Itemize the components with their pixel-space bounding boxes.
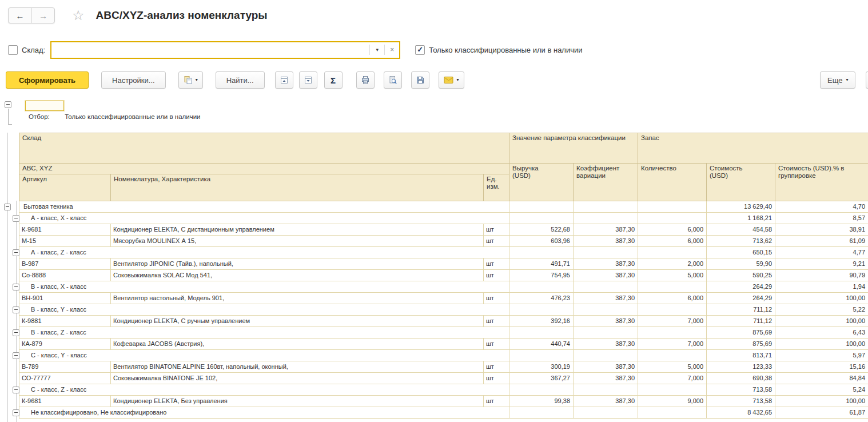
unit-cell[interactable]: шт — [484, 270, 509, 281]
quantity-cell[interactable] — [638, 350, 707, 361]
revenue-cell[interactable] — [509, 384, 574, 396]
quantity-cell[interactable] — [638, 304, 707, 316]
warehouse-clear-button[interactable]: × — [385, 46, 399, 54]
group-label-cell[interactable]: Бытовая техника — [19, 201, 509, 213]
article-cell[interactable]: КА-879 — [19, 339, 111, 350]
unit-cell[interactable]: шт — [484, 293, 509, 304]
warehouse-dropdown-button[interactable]: ▾ — [370, 47, 384, 53]
article-cell[interactable]: К-9881 — [19, 316, 111, 327]
variation-cell[interactable]: 387,30 — [574, 373, 638, 384]
cost-cell[interactable]: 454,58 — [707, 224, 775, 236]
article-cell[interactable]: ВН-901 — [19, 293, 111, 304]
nomenclature-cell[interactable]: Кондиционер ELEKTA, С ручным управлением — [111, 316, 484, 327]
cost-cell[interactable]: 713,58 — [707, 396, 775, 407]
header-cost-pct[interactable]: Стоимость (USD).% в группировке — [775, 164, 868, 201]
cost-pct-cell[interactable]: 9,21 — [775, 258, 868, 270]
variation-cell[interactable] — [574, 213, 638, 224]
revenue-cell[interactable] — [509, 304, 574, 316]
header-warehouse[interactable]: Склад — [19, 133, 509, 164]
revenue-cell[interactable]: 300,19 — [509, 361, 574, 373]
classified-checkbox[interactable] — [415, 45, 425, 55]
cost-pct-cell[interactable]: 5,22 — [775, 304, 868, 316]
unit-cell[interactable]: шт — [484, 361, 509, 373]
revenue-cell[interactable]: 476,23 — [509, 293, 574, 304]
revenue-cell[interactable] — [509, 350, 574, 361]
article-cell[interactable]: Со-8888 — [19, 270, 111, 281]
group-label-cell[interactable]: С - класс, Z - класс — [19, 384, 509, 396]
header-quantity[interactable]: Количество — [638, 164, 707, 201]
variation-cell[interactable]: 387,30 — [574, 293, 638, 304]
group-label-cell[interactable]: С - класс, Y - класс — [19, 350, 509, 361]
header-unit[interactable]: Ед. изм. — [484, 174, 509, 201]
header-nomenclature[interactable]: Номенклатура, Характеристика — [111, 174, 484, 201]
revenue-cell[interactable]: 603,96 — [509, 236, 574, 247]
article-cell[interactable]: М-15 — [19, 236, 111, 247]
quantity-cell[interactable]: 6,000 — [638, 224, 707, 236]
group-collapse-toggle[interactable] — [13, 215, 19, 222]
cost-pct-cell[interactable]: 6,43 — [775, 327, 868, 339]
variation-cell[interactable] — [574, 384, 638, 396]
quantity-cell[interactable]: 2,000 — [638, 258, 707, 270]
nomenclature-cell[interactable]: Кондиционер ELEKTA, С дистанционным упра… — [111, 224, 484, 236]
nomenclature-cell[interactable]: Вентилятор настольный, Модель 901, — [111, 293, 484, 304]
cost-pct-cell[interactable]: 100,00 — [775, 396, 868, 407]
cost-pct-cell[interactable]: 8,57 — [775, 213, 868, 224]
unit-cell[interactable]: шт — [484, 236, 509, 247]
nomenclature-cell[interactable]: Кондиционер ELEKTA, Без управления — [111, 396, 484, 407]
cost-pct-cell[interactable]: 38,91 — [775, 224, 868, 236]
revenue-cell[interactable]: 392,16 — [509, 316, 574, 327]
unit-cell[interactable]: шт — [484, 396, 509, 407]
revenue-cell[interactable] — [509, 201, 574, 213]
quantity-cell[interactable] — [638, 407, 707, 419]
cost-cell[interactable]: 264,29 — [707, 281, 775, 293]
unit-cell[interactable]: шт — [484, 339, 509, 350]
cost-pct-cell[interactable]: 90,79 — [775, 270, 868, 281]
find-button[interactable]: Найти... — [216, 71, 265, 89]
cost-pct-cell[interactable]: 100,00 — [775, 316, 868, 327]
variation-cell[interactable] — [574, 281, 638, 293]
quantity-cell[interactable]: 7,000 — [638, 316, 707, 327]
cost-pct-cell[interactable]: 84,84 — [775, 373, 868, 384]
cost-pct-cell[interactable]: 100,00 — [775, 293, 868, 304]
report-variants-button[interactable]: ▾ — [178, 71, 203, 89]
favorite-star-icon[interactable]: ☆ — [72, 9, 85, 22]
cost-cell[interactable]: 713,62 — [707, 236, 775, 247]
header-param-group[interactable]: Значение параметра классификации — [509, 133, 638, 164]
warehouse-input[interactable] — [51, 42, 369, 58]
unit-cell[interactable]: шт — [484, 373, 509, 384]
help-button[interactable]: ? — [866, 71, 868, 89]
group-collapse-toggle[interactable] — [13, 249, 19, 256]
cost-pct-cell[interactable]: 4,77 — [775, 247, 868, 258]
article-cell[interactable]: К-9681 — [19, 224, 111, 236]
revenue-cell[interactable] — [509, 247, 574, 258]
cost-cell[interactable]: 13 629,40 — [707, 201, 775, 213]
variation-cell[interactable] — [574, 327, 638, 339]
settings-button[interactable]: Настройки... — [101, 71, 166, 89]
nomenclature-cell[interactable]: Мясорубка MOULINEX А 15, — [111, 236, 484, 247]
article-cell[interactable]: К-9681 — [19, 396, 111, 407]
cost-pct-cell[interactable]: 15,16 — [775, 361, 868, 373]
variation-cell[interactable]: 387,30 — [574, 339, 638, 350]
variation-cell[interactable]: 387,30 — [574, 316, 638, 327]
cost-cell[interactable]: 875,69 — [707, 327, 775, 339]
cost-cell[interactable]: 123,33 — [707, 361, 775, 373]
variation-cell[interactable] — [574, 201, 638, 213]
cost-cell[interactable]: 650,15 — [707, 247, 775, 258]
cost-cell[interactable]: 711,12 — [707, 316, 775, 327]
quantity-cell[interactable]: 7,000 — [638, 339, 707, 350]
warehouse-checkbox[interactable] — [8, 45, 18, 55]
variation-cell[interactable] — [574, 247, 638, 258]
quantity-cell[interactable]: 6,000 — [638, 293, 707, 304]
revenue-cell[interactable]: 99,38 — [509, 396, 574, 407]
group-collapse-toggle[interactable] — [13, 387, 19, 393]
revenue-cell[interactable]: 754,95 — [509, 270, 574, 281]
unit-cell[interactable]: шт — [484, 316, 509, 327]
article-cell[interactable]: В-789 — [19, 361, 111, 373]
group-label-cell[interactable]: В - класс, X - класс — [19, 281, 509, 293]
quantity-cell[interactable] — [638, 247, 707, 258]
revenue-cell[interactable] — [509, 407, 574, 419]
quantity-cell[interactable]: 5,000 — [638, 270, 707, 281]
revenue-cell[interactable]: 522,68 — [509, 224, 574, 236]
header-revenue[interactable]: Выручка (USD) — [509, 164, 574, 201]
cost-cell[interactable]: 590,25 — [707, 270, 775, 281]
